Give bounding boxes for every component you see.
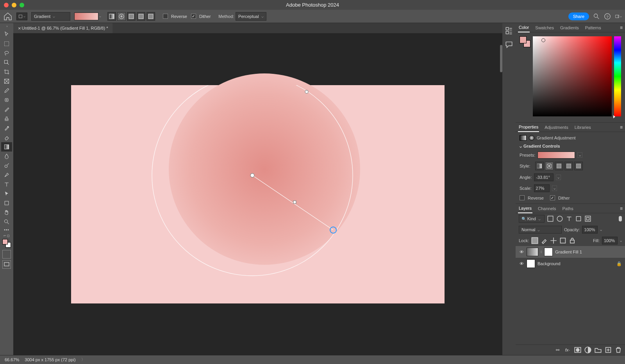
move-tool[interactable]	[1, 30, 12, 39]
prop-reverse-checkbox[interactable]	[520, 195, 525, 200]
screen-mode-button[interactable]	[2, 260, 11, 269]
fill-caret[interactable]: ⌵	[620, 239, 622, 243]
brush-tool[interactable]	[1, 105, 12, 114]
opacity-input[interactable]: 100%	[582, 226, 598, 234]
history-brush-tool[interactable]	[1, 123, 12, 133]
group-icon[interactable]	[595, 346, 602, 353]
gradient-start-handle[interactable]	[250, 173, 254, 177]
canvas-viewport[interactable]	[13, 33, 502, 355]
preset-dropdown-caret[interactable]: ⌵	[577, 152, 582, 158]
color-fg-swatch[interactable]	[520, 36, 527, 43]
layer-filter-kind[interactable]: 🔍 Kind	[519, 215, 545, 223]
gradient-tool[interactable]	[1, 142, 12, 152]
layer-thumbnail[interactable]	[527, 248, 538, 256]
home-button[interactable]	[3, 12, 12, 21]
share-button[interactable]: Share	[568, 12, 589, 20]
prop-style-angle[interactable]	[555, 162, 563, 170]
layer-row[interactable]: 👁 𓃑 Gradient Fill 1	[516, 246, 625, 258]
layer-visibility-icon[interactable]: 👁	[519, 261, 524, 266]
tab-properties[interactable]: Properties	[518, 123, 539, 132]
tab-libraries[interactable]: Libraries	[574, 123, 592, 132]
layer-mask-thumbnail[interactable]	[544, 248, 553, 256]
fx-icon[interactable]: fx⌵	[564, 346, 571, 353]
new-layer-icon[interactable]	[605, 346, 612, 353]
style-linear-button[interactable]	[107, 12, 116, 21]
type-tool[interactable]	[1, 180, 12, 189]
prop-dither-checkbox[interactable]	[550, 195, 555, 200]
tab-layers[interactable]: Layers	[518, 204, 532, 213]
link-mask-icon[interactable]: 𓃑	[541, 250, 542, 254]
close-window-button[interactable]	[4, 3, 9, 7]
layer-thumbnail[interactable]	[527, 259, 535, 268]
scale-dropdown[interactable]: ⌵	[552, 186, 557, 191]
gradient-preset-dropdown[interactable]: Gradient	[31, 12, 70, 21]
lasso-tool[interactable]	[1, 48, 12, 58]
layers-panel-menu[interactable]: ≡	[620, 206, 623, 211]
filter-adjust-icon[interactable]	[556, 215, 563, 222]
frame-tool[interactable]	[1, 77, 12, 86]
fill-input[interactable]: 100%	[602, 237, 618, 244]
swap-colors-icon[interactable]: ⤺ ◻	[4, 234, 10, 237]
gradient-mid-handle[interactable]	[293, 201, 296, 203]
tool-preset-picker[interactable]: ⌵	[16, 12, 27, 20]
eraser-tool[interactable]	[1, 133, 12, 142]
prop-style-reflected[interactable]	[564, 162, 573, 170]
selection-tool[interactable]	[1, 58, 12, 67]
lock-artboard-icon[interactable]	[559, 237, 566, 244]
eyedropper-tool[interactable]	[1, 86, 12, 95]
prop-style-diamond[interactable]	[574, 162, 583, 170]
preset-gradient-preview[interactable]	[538, 152, 575, 159]
document-tab[interactable]: × Untitled-1 @ 66.7% (Gradient Fill 1, R…	[13, 23, 112, 33]
tab-patterns[interactable]: Patterns	[584, 23, 602, 32]
gradient-angle-line[interactable]	[252, 175, 333, 230]
quick-mask-button[interactable]	[2, 250, 11, 259]
workspace-switcher[interactable]: ⌵	[615, 13, 622, 20]
link-layers-icon[interactable]: ⚯	[554, 346, 561, 353]
zoom-readout[interactable]: 66.67%	[5, 357, 19, 362]
opacity-caret[interactable]: ⌵	[600, 228, 602, 232]
pen-tool[interactable]	[1, 170, 12, 180]
shape-tool[interactable]	[1, 198, 12, 208]
stamp-tool[interactable]	[1, 114, 12, 123]
style-radial-button[interactable]	[117, 12, 126, 21]
prop-style-linear[interactable]	[535, 162, 544, 170]
dither-checkbox[interactable]	[191, 14, 196, 19]
hand-tool[interactable]	[1, 208, 12, 217]
style-diamond-button[interactable]	[146, 12, 155, 21]
filter-toggle[interactable]	[619, 216, 622, 221]
color-picker-field[interactable]	[533, 36, 612, 116]
comments-panel-icon[interactable]	[505, 40, 513, 49]
hue-selector-icon[interactable]	[613, 115, 615, 118]
gradient-editor-overlay[interactable]	[71, 85, 445, 303]
path-select-tool[interactable]	[1, 189, 12, 198]
tab-swatches[interactable]: Swatches	[534, 23, 555, 32]
filter-smart-icon[interactable]	[584, 215, 591, 222]
doc-info[interactable]: 3004 px x 1755 px (72 ppi)	[25, 357, 75, 362]
tab-paths[interactable]: Paths	[562, 204, 574, 213]
layer-name[interactable]: Background	[538, 261, 561, 266]
foreground-background-colors[interactable]	[2, 239, 11, 248]
lock-transparent-icon[interactable]	[531, 237, 538, 244]
help-icon[interactable]: ?	[604, 13, 611, 20]
blend-mode-dropdown[interactable]: Normal	[519, 226, 562, 234]
color-fgbg-swatches[interactable]	[520, 36, 530, 118]
lock-position-icon[interactable]	[550, 237, 557, 244]
tab-color[interactable]: Color	[518, 23, 530, 32]
maximize-window-button[interactable]	[20, 3, 24, 7]
layer-visibility-icon[interactable]: 👁	[519, 250, 524, 254]
marquee-tool[interactable]	[1, 39, 12, 48]
vertical-scrollbar[interactable]	[500, 45, 502, 72]
style-angle-button[interactable]	[127, 12, 136, 21]
canvas[interactable]	[71, 85, 445, 303]
delete-layer-icon[interactable]	[615, 346, 622, 353]
status-menu-icon[interactable]: 〉	[81, 357, 85, 362]
tab-gradients[interactable]: Gradients	[559, 23, 580, 32]
add-mask-icon[interactable]	[574, 346, 581, 353]
color-picker-sample[interactable]	[541, 38, 545, 42]
filter-pixel-icon[interactable]	[547, 215, 554, 222]
adjustment-layer-icon[interactable]	[584, 346, 591, 353]
lock-all-icon[interactable]	[569, 237, 576, 244]
hue-strip[interactable]	[614, 36, 621, 116]
method-dropdown[interactable]: Perceptual	[236, 12, 266, 21]
zoom-tool[interactable]	[1, 217, 12, 227]
